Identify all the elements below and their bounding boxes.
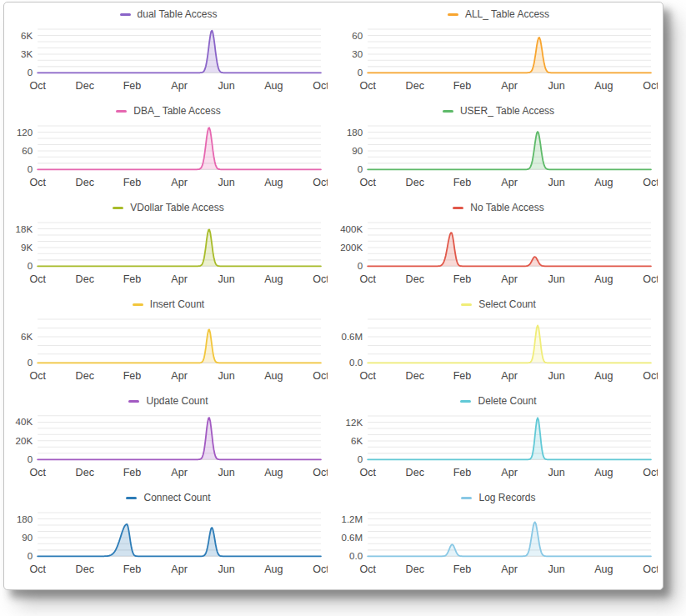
chart-legend[interactable]: Delete Count [339, 393, 658, 409]
x-axis-label: Feb [123, 370, 142, 382]
chart-title-label: dual Table Access [138, 8, 218, 20]
chart-title-label: Delete Count [478, 395, 536, 407]
x-axis-label: Aug [594, 80, 613, 92]
x-axis-label: Aug [264, 370, 283, 382]
y-axis-label: 0.0 [349, 358, 363, 368]
y-axis-label: 0 [358, 454, 363, 464]
chart-legend[interactable]: DBA_ Table Access [9, 103, 328, 119]
x-axis-label: Oct [313, 177, 328, 188]
x-axis-label: Feb [453, 177, 472, 188]
chart-title-label: Select Count [478, 298, 536, 310]
y-axis-label: 1.2M [341, 514, 363, 524]
chart-legend[interactable]: Insert Count [9, 296, 328, 313]
x-axis-label: Dec [406, 467, 424, 478]
x-axis-label: Aug [594, 370, 613, 382]
x-axis-label: Oct [643, 273, 658, 285]
y-axis-label: 60 [22, 146, 33, 156]
x-axis-label: Oct [643, 370, 658, 382]
chart-plot: 0200K400KOctDecFebAprJunAugOct [339, 216, 658, 296]
chart-title-label: DBA_ Table Access [133, 105, 221, 117]
chart-legend[interactable]: Connect Count [9, 489, 328, 506]
y-axis-label: 0 [28, 358, 33, 368]
x-axis-label: Jun [548, 80, 565, 92]
chart-card-vdollar-table-access: VDollar Table Access 09K18KOctDecFebAprJ… [9, 199, 328, 296]
y-axis-label: 6K [21, 31, 33, 41]
legend-marker-icon [120, 13, 131, 16]
legend-marker-icon [443, 110, 453, 113]
chart-plot: 020K40KOctDecFebAprJunAugOct [9, 409, 328, 489]
x-axis-label: Oct [313, 563, 328, 575]
x-axis-label: Oct [359, 273, 376, 285]
y-axis-label: 0.6M [341, 533, 363, 543]
chart-legend[interactable]: Log Records [339, 489, 658, 506]
x-axis-label: Feb [123, 467, 142, 478]
chart-legend[interactable]: dual Table Access [9, 6, 328, 23]
chart-card-log-records: Log Records 0.00.6M1.2MOctDecFebAprJunAu… [339, 489, 658, 586]
chart-legend[interactable]: Select Count [339, 296, 658, 313]
y-axis-label: 0 [358, 164, 363, 174]
chart-legend[interactable]: Update Count [9, 393, 328, 409]
y-axis-label: 400K [340, 224, 363, 234]
y-axis-label: 0 [28, 551, 33, 561]
y-axis-label: 60 [352, 31, 363, 41]
chart-card-connect-count: Connect Count 090180OctDecFebAprJunAugOc… [9, 489, 328, 586]
series-line [368, 325, 651, 363]
y-axis-label: 0 [28, 164, 33, 174]
x-axis-label: Jun [218, 370, 235, 382]
legend-marker-icon [448, 13, 458, 16]
x-axis-label: Jun [218, 80, 235, 92]
x-axis-label: Feb [123, 80, 142, 92]
x-axis-label: Dec [406, 80, 424, 92]
y-axis-label: 0.6M [341, 332, 363, 342]
x-axis-label: Apr [501, 177, 518, 188]
x-axis-label: Oct [643, 80, 658, 92]
chart-card-select-count: Select Count 0.00.6MOctDecFebAprJunAugOc… [339, 296, 658, 393]
chart-legend[interactable]: ALL_ Table Access [339, 6, 658, 23]
x-axis-label: Dec [406, 563, 424, 575]
x-axis-label: Dec [76, 80, 94, 92]
chart-card-delete-count: Delete Count 06K12KOctDecFebAprJunAugOct [339, 393, 658, 489]
legend-marker-icon [460, 400, 471, 403]
x-axis-label: Aug [264, 273, 283, 285]
series-line [368, 233, 651, 266]
x-axis-label: Apr [171, 370, 188, 382]
legend-marker-icon [461, 497, 472, 499]
x-axis-label: Oct [359, 80, 376, 92]
y-axis-label: 40K [16, 417, 33, 427]
x-axis-label: Oct [359, 370, 376, 382]
x-axis-label: Jun [548, 467, 565, 478]
charts-grid: dual Table Access 03K6KOctDecFebAprJunAu… [4, 3, 663, 589]
x-axis-label: Oct [29, 273, 46, 285]
y-axis-label: 200K [340, 243, 363, 253]
chart-legend[interactable]: No Table Access [339, 199, 658, 216]
x-axis-label: Oct [29, 563, 46, 575]
x-axis-label: Jun [218, 177, 235, 188]
chart-legend[interactable]: VDollar Table Access [9, 199, 328, 216]
x-axis-label: Aug [594, 177, 613, 188]
legend-marker-icon [461, 303, 472, 306]
x-axis-label: Feb [453, 370, 472, 382]
x-axis-label: Apr [171, 563, 188, 575]
x-axis-label: Apr [171, 273, 188, 285]
chart-card-dual-table-access: dual Table Access 03K6KOctDecFebAprJunAu… [9, 6, 328, 103]
x-axis-label: Dec [76, 467, 94, 478]
y-axis-label: 0 [28, 68, 33, 78]
legend-marker-icon [128, 400, 139, 403]
legend-marker-icon [453, 207, 463, 209]
y-axis-label: 3K [21, 49, 33, 59]
x-axis-label: Apr [171, 177, 188, 188]
y-axis-label: 90 [352, 146, 363, 156]
x-axis-label: Feb [453, 273, 472, 285]
dashboard-panel: dual Table Access 03K6KOctDecFebAprJunAu… [3, 2, 663, 590]
x-axis-label: Aug [594, 563, 613, 575]
series-area [38, 329, 321, 363]
x-axis-label: Oct [359, 563, 376, 575]
series-area [368, 233, 651, 266]
x-axis-label: Oct [313, 80, 328, 92]
chart-legend[interactable]: USER_ Table Access [339, 103, 658, 119]
series-line [38, 329, 321, 363]
x-axis-label: Jun [218, 467, 235, 478]
x-axis-label: Dec [76, 273, 94, 285]
x-axis-label: Feb [123, 177, 142, 188]
y-axis-label: 0 [28, 261, 33, 271]
